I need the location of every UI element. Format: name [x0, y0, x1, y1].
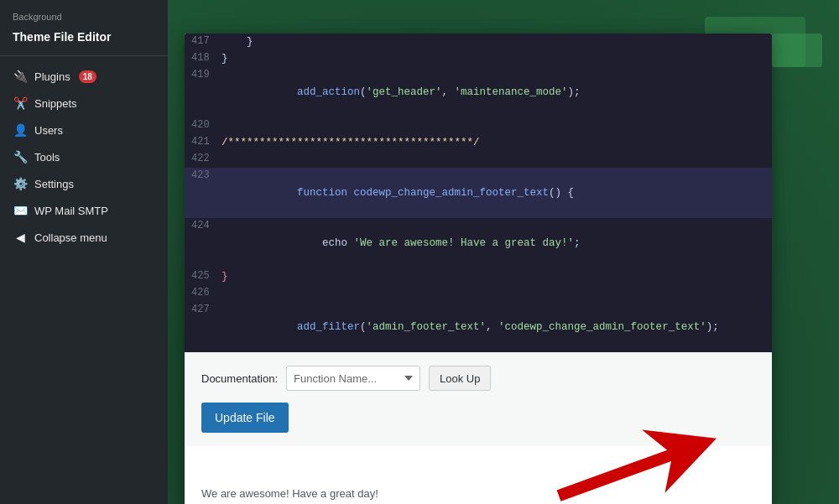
line-num-419: 419	[185, 67, 218, 83]
line-content-424: echo 'We are awesome! Have a great day!'…	[218, 218, 581, 268]
code-line-424: 424 echo 'We are awesome! Have a great d…	[185, 218, 772, 268]
code-line-425: 425 }	[185, 268, 772, 285]
line-content-423: function codewp_change_admin_footer_text…	[218, 168, 574, 218]
settings-icon: ⚙️	[13, 177, 28, 190]
line-content-419: add_action('get_header', 'maintenance_mo…	[218, 67, 581, 117]
line-content-427: add_filter('admin_footer_text', 'codewp_…	[218, 302, 719, 352]
main-container: Background Theme File Editor 🔌 Plugins 1…	[0, 0, 839, 504]
collapse-icon: ◀	[13, 231, 28, 244]
sidebar-item-wpmail[interactable]: ✉️ WP Mail SMTP	[0, 197, 168, 224]
line-num-425: 425	[185, 268, 218, 284]
sidebar-item-snippets[interactable]: ✂️ Snippets	[0, 90, 168, 117]
documentation-label: Documentation:	[201, 372, 278, 385]
code-line-421: 421 /***********************************…	[185, 134, 772, 151]
code-line-422: 422	[185, 151, 772, 168]
line-content-426	[218, 285, 228, 302]
code-line-420: 420	[185, 117, 772, 134]
line-num-426: 426	[185, 285, 218, 301]
line-content-420	[218, 117, 228, 134]
sidebar-item-collapse[interactable]: ◀ Collapse menu	[0, 224, 168, 251]
code-editor[interactable]: 417 } 418 } 419 add_action('get_header',…	[185, 34, 772, 352]
code-line-427: 427 add_filter('admin_footer_text', 'cod…	[185, 302, 772, 352]
sidebar-label-snippets: Snippets	[34, 97, 77, 110]
lookup-button[interactable]: Look Up	[429, 366, 491, 391]
footer-result: We are awesome! Have a great day!	[185, 446, 772, 504]
plugins-icon: 🔌	[13, 70, 28, 83]
code-line-418: 418 }	[185, 50, 772, 67]
sidebar-item-users[interactable]: 👤 Users	[0, 117, 168, 143]
sidebar-item-plugins[interactable]: 🔌 Plugins 18	[0, 63, 168, 90]
users-icon: 👤	[13, 123, 28, 137]
plugins-badge: 18	[79, 70, 96, 83]
line-num-423: 423	[185, 168, 218, 184]
sidebar-label-settings: Settings	[34, 178, 74, 190]
line-num-417: 417	[185, 34, 218, 49]
code-line-419: 419 add_action('get_header', 'maintenanc…	[185, 67, 772, 117]
sidebar: Background Theme File Editor 🔌 Plugins 1…	[0, 0, 168, 504]
code-line-426: 426	[185, 285, 772, 302]
sidebar-label-collapse: Collapse menu	[34, 231, 107, 244]
documentation-row: Documentation: Function Name... Look Up	[201, 366, 755, 391]
function-name-select[interactable]: Function Name...	[286, 366, 420, 391]
code-line-417: 417 }	[185, 34, 772, 50]
editor-panel: 417 } 418 } 419 add_action('get_header',…	[185, 34, 772, 504]
content-area: 417 } 418 } 419 add_action('get_header',…	[168, 0, 839, 504]
line-num-424: 424	[185, 218, 218, 234]
tools-icon: 🔧	[13, 150, 28, 164]
sidebar-label-tools: Tools	[34, 151, 60, 164]
line-num-420: 420	[185, 117, 218, 133]
footer-output-text: We are awesome! Have a great day!	[201, 487, 378, 500]
wpmail-icon: ✉️	[13, 204, 28, 217]
line-content-422	[218, 151, 228, 168]
sidebar-title: Theme File Editor	[0, 27, 168, 56]
update-file-button[interactable]: Update File	[201, 403, 289, 433]
line-num-421: 421	[185, 134, 218, 150]
sidebar-label-wpmail: WP Mail SMTP	[34, 205, 108, 217]
line-num-427: 427	[185, 302, 218, 318]
line-num-422: 422	[185, 151, 218, 167]
sidebar-item-settings[interactable]: ⚙️ Settings	[0, 170, 168, 197]
sidebar-navigation: 🔌 Plugins 18 ✂️ Snippets 👤 Users 🔧 Tools…	[0, 56, 168, 251]
code-line-423: 423 function codewp_change_admin_footer_…	[185, 168, 772, 218]
sidebar-label-plugins: Plugins	[34, 70, 70, 83]
bottom-panel: Documentation: Function Name... Look Up …	[185, 352, 772, 446]
sidebar-item-tools[interactable]: 🔧 Tools	[0, 143, 168, 170]
sidebar-label-users: Users	[34, 124, 63, 137]
line-content-421: /***************************************…	[218, 134, 480, 151]
snippets-icon: ✂️	[13, 96, 28, 110]
line-content-425: }	[218, 268, 228, 285]
breadcrumb: Background	[0, 0, 168, 27]
line-content-418: }	[218, 50, 228, 67]
line-num-418: 418	[185, 50, 218, 66]
line-content-417: }	[218, 34, 253, 50]
